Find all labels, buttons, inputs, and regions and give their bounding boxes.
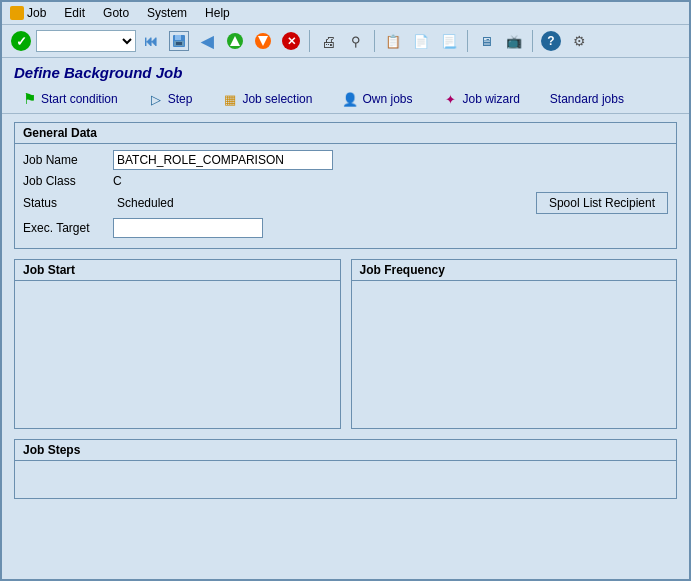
job-frequency-title: Job Frequency: [352, 260, 677, 281]
tab-own-jobs[interactable]: 👤 Own jobs: [335, 87, 419, 111]
nav-down-button[interactable]: [250, 28, 276, 54]
general-data-section: General Data Job Name Job Class C Status…: [14, 122, 677, 249]
cancel-icon: ✕: [282, 32, 300, 50]
job-class-label: Job Class: [23, 174, 113, 188]
copy3-icon: 📃: [441, 34, 457, 49]
tab-standard-jobs[interactable]: Standard jobs: [543, 88, 631, 110]
spool-list-recipient-button[interactable]: Spool List Recipient: [536, 192, 668, 214]
toolbar-select[interactable]: [36, 30, 136, 52]
separator-2: [374, 30, 375, 52]
nav-up-icon: [226, 32, 244, 50]
status-row: Status Spool List Recipient: [23, 192, 668, 214]
nav-back-icon: ◀: [201, 32, 213, 51]
copy2-button[interactable]: 📄: [408, 28, 434, 54]
copy2-icon: 📄: [413, 34, 429, 49]
main-window: Job Edit Goto System Help ✓ ⏮: [0, 0, 691, 581]
job-name-input[interactable]: [113, 150, 333, 170]
nav-first-icon: ⏮: [144, 33, 158, 49]
job-steps-section: Job Steps: [14, 439, 677, 499]
tab-step[interactable]: ▷ Step: [141, 87, 200, 111]
job-sel-icon: ▦: [222, 91, 238, 107]
job-icon: [10, 6, 24, 20]
settings-icon: ⚙: [573, 33, 586, 49]
menu-edit-item[interactable]: Edit: [60, 4, 89, 22]
tab-start-condition[interactable]: ⚑ Start condition: [14, 87, 125, 111]
job-start-section: Job Start: [14, 259, 341, 429]
cancel-button[interactable]: ✕: [278, 28, 304, 54]
nav-first-button[interactable]: ⏮: [138, 28, 164, 54]
own-jobs-icon: 👤: [342, 91, 358, 107]
nav-down-icon: [254, 32, 272, 50]
monitor2-button[interactable]: 📺: [501, 28, 527, 54]
copy1-icon: 📋: [385, 34, 401, 49]
print-button[interactable]: 🖨: [315, 28, 341, 54]
job-start-title: Job Start: [15, 260, 340, 281]
step-icon: ▷: [148, 91, 164, 107]
job-class-row: Job Class C: [23, 174, 668, 188]
separator-1: [309, 30, 310, 52]
general-data-body: Job Name Job Class C Status Spool List R…: [15, 144, 676, 248]
help-button[interactable]: ?: [538, 28, 564, 54]
help-icon: ?: [541, 31, 561, 51]
save-icon: [169, 31, 189, 51]
nav-up-button[interactable]: [222, 28, 248, 54]
exec-target-input[interactable]: [113, 218, 263, 238]
copy3-button[interactable]: 📃: [436, 28, 462, 54]
settings-button[interactable]: ⚙: [566, 28, 592, 54]
page-title: Define Background Job: [2, 58, 689, 85]
svg-rect-3: [176, 42, 182, 45]
job-name-label: Job Name: [23, 153, 113, 167]
menu-goto-item[interactable]: Goto: [99, 4, 133, 22]
menu-job-item[interactable]: Job: [6, 4, 50, 22]
menu-help-item[interactable]: Help: [201, 4, 234, 22]
flag-icon: ⚑: [21, 91, 37, 107]
exec-target-row: Exec. Target: [23, 218, 668, 238]
tab-job-selection[interactable]: ▦ Job selection: [215, 87, 319, 111]
job-class-value: C: [113, 174, 122, 188]
job-name-row: Job Name: [23, 150, 668, 170]
toolbar: ✓ ⏮ ◀: [2, 25, 689, 58]
separator-4: [532, 30, 533, 52]
tab-job-wizard[interactable]: ✦ Job wizard: [435, 87, 526, 111]
job-steps-title: Job Steps: [15, 440, 676, 461]
bottom-sections: Job Start Job Frequency: [14, 259, 677, 429]
main-content: General Data Job Name Job Class C Status…: [2, 114, 689, 579]
exec-target-label: Exec. Target: [23, 221, 113, 235]
status-input: [113, 193, 213, 213]
find-button[interactable]: ⚲: [343, 28, 369, 54]
check-icon: ✓: [11, 31, 31, 51]
nav-tabs: ⚑ Start condition ▷ Step ▦ Job selection…: [2, 85, 689, 114]
menu-system-item[interactable]: System: [143, 4, 191, 22]
copy1-button[interactable]: 📋: [380, 28, 406, 54]
wizard-icon: ✦: [442, 91, 458, 107]
monitor1-icon: 🖥: [480, 34, 493, 49]
status-label: Status: [23, 196, 113, 210]
separator-3: [467, 30, 468, 52]
monitor2-icon: 📺: [506, 34, 522, 49]
monitor1-button[interactable]: 🖥: [473, 28, 499, 54]
find-icon: ⚲: [351, 34, 361, 49]
check-button[interactable]: ✓: [8, 28, 34, 54]
print-icon: 🖨: [321, 33, 336, 50]
menubar: Job Edit Goto System Help: [2, 2, 689, 25]
nav-back-button[interactable]: ◀: [194, 28, 220, 54]
job-frequency-section: Job Frequency: [351, 259, 678, 429]
save-button[interactable]: [166, 28, 192, 54]
general-data-title: General Data: [15, 123, 676, 144]
svg-rect-1: [175, 35, 181, 40]
